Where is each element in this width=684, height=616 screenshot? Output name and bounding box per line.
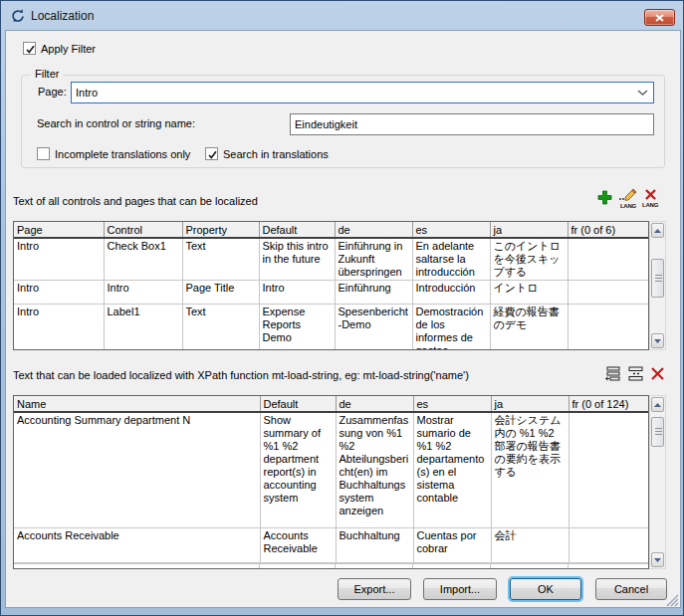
table-cell[interactable]: Page Title	[182, 281, 259, 305]
search-input[interactable]	[290, 113, 654, 135]
add-language-button[interactable]	[597, 190, 612, 205]
title-bar[interactable]: Localization	[1, 1, 683, 30]
table-cell[interactable]: イントロ	[490, 281, 568, 305]
table-cell[interactable]: 会計システム内の %1 %2部署の報告書の要約を表示する	[491, 412, 569, 527]
controls-section-label: Text of all controls and pages that can …	[13, 195, 258, 207]
scroll-down-button[interactable]	[651, 333, 664, 348]
table-cell[interactable]: Accounting Summary department N	[14, 412, 260, 527]
red-x-icon	[650, 366, 665, 381]
export-button[interactable]: Export...	[338, 578, 411, 600]
localization-dialog: Localization Apply Filter Filter Page: I…	[0, 0, 684, 616]
table-cell[interactable]: Buchhaltung	[336, 527, 413, 562]
column-header[interactable]: Default	[259, 222, 335, 238]
table-cell[interactable]: 会計	[491, 527, 569, 562]
scrollbar-thumb[interactable]	[651, 417, 664, 447]
delete-strings-button[interactable]	[650, 366, 665, 381]
table-cell[interactable]: 経費の報告書のデモ	[490, 305, 568, 351]
column-header[interactable]: de	[336, 396, 413, 412]
page-label: Page:	[38, 86, 67, 98]
column-header[interactable]: Name	[14, 396, 260, 412]
search-in-translations-checkbox[interactable]: Search in translations	[205, 147, 329, 160]
scroll-down-button[interactable]	[651, 552, 664, 567]
column-header[interactable]: es	[413, 396, 491, 412]
incomplete-translations-label: Incomplete translations only	[55, 148, 190, 160]
column-header[interactable]: ja	[491, 396, 569, 412]
table-row[interactable]: Accounting Summary department NShow summ…	[14, 412, 648, 527]
table-cell[interactable]	[569, 412, 648, 527]
table-row[interactable]: IntroCheck Box1TextSkip this intro in th…	[14, 238, 648, 281]
table-cell[interactable]	[568, 305, 648, 351]
scrollbar-thumb[interactable]	[651, 259, 664, 298]
column-header[interactable]: Property	[182, 222, 259, 238]
table-cell[interactable]: Intro	[14, 238, 104, 281]
table-cell[interactable]: Accounts Receivable	[260, 527, 336, 562]
table-cell[interactable]: Show summary of %1 %2 department report(…	[260, 412, 336, 527]
table-cell[interactable]: Introducción	[412, 281, 490, 305]
cancel-button[interactable]: Cancel	[595, 578, 667, 600]
column-header[interactable]: Control	[104, 222, 182, 238]
checkbox-box[interactable]	[37, 147, 50, 160]
table-cell[interactable]: Intro	[259, 281, 335, 305]
import-button[interactable]: Import...	[423, 578, 497, 600]
table-cell[interactable]: このイントロを今後スキップする	[490, 238, 568, 281]
column-header[interactable]: de	[335, 222, 412, 238]
edit-language-button[interactable]: LANG	[618, 188, 638, 209]
checkbox-box[interactable]	[205, 147, 218, 160]
table-cell[interactable]: Cuentas por cobrar	[413, 527, 491, 562]
checkbox-box[interactable]	[23, 42, 36, 55]
table-row[interactable]: IntroIntroPage TitleIntroEinführungIntro…	[14, 281, 648, 305]
pencil-icon	[618, 188, 638, 202]
table-cell[interactable]: Check Box1	[104, 238, 182, 281]
load-strings-button[interactable]	[604, 365, 621, 382]
strings-table-header-row: NameDefaultdeesjafr (0 of 124)	[14, 396, 648, 412]
ok-button[interactable]: OK	[510, 578, 581, 600]
window-title: Localization	[31, 9, 94, 23]
incomplete-translations-checkbox[interactable]: Incomplete translations only	[37, 147, 190, 160]
strings-table: NameDefaultdeesjafr (0 of 124) Accountin…	[13, 395, 649, 569]
table-cell[interactable]: Skip this intro in the future	[259, 238, 335, 281]
red-x-icon	[644, 188, 657, 201]
column-header[interactable]: es	[412, 222, 490, 238]
table-cell[interactable]: Accounts Receivable	[14, 527, 260, 562]
column-header[interactable]: ja	[490, 222, 568, 238]
close-button[interactable]	[644, 9, 675, 26]
column-header[interactable]: fr (0 of 124)	[569, 396, 648, 412]
column-header[interactable]: Page	[14, 222, 104, 238]
table-cell[interactable]: Expense Reports Demo	[259, 305, 335, 351]
table-cell[interactable]	[568, 281, 648, 305]
table-cell[interactable]: Einführung	[335, 281, 412, 305]
table-add-rows-icon	[627, 365, 644, 382]
scroll-up-button[interactable]	[651, 397, 664, 412]
resize-grip[interactable]	[666, 594, 680, 607]
table-cell[interactable]	[568, 238, 648, 281]
apply-filter-checkbox[interactable]: Apply Filter	[23, 42, 96, 55]
table-cell[interactable]: Mostrar sumario de %1 %2 departamento(s)…	[413, 412, 491, 527]
table-cell[interactable]: Demostración de los informes de gastos	[412, 305, 490, 351]
strings-table-scrollbar[interactable]	[649, 395, 666, 569]
table-cell[interactable]: Einführung in Zukunft überspringen	[335, 238, 412, 281]
append-rows-button[interactable]	[627, 365, 644, 382]
edit-language-caption: LANG	[620, 203, 636, 209]
table-cell[interactable]: Zusammenfassung von %1 %2 Abteilungsberi…	[336, 412, 413, 527]
table-row[interactable]: Accounts ReceivableAccounts ReceivableBu…	[14, 527, 648, 562]
table-cell[interactable]: Text	[182, 238, 259, 281]
table-cell[interactable]	[569, 527, 648, 562]
delete-language-button[interactable]: LANG	[642, 188, 658, 208]
chevron-down-icon[interactable]	[631, 90, 653, 96]
table-cell[interactable]: Intro	[14, 305, 104, 351]
table-cell[interactable]: Text	[182, 305, 259, 351]
list-rows-icon	[604, 365, 621, 382]
column-header[interactable]: Default	[260, 396, 336, 412]
table-row[interactable]: IntroLabel1TextExpense Reports DemoSpese…	[14, 305, 648, 351]
partially-visible-row[interactable]	[14, 563, 648, 568]
page-dropdown-value: Intro	[72, 87, 631, 99]
table-cell[interactable]: Intro	[14, 281, 104, 305]
table-cell[interactable]: Intro	[104, 281, 182, 305]
page-dropdown[interactable]: Intro	[71, 82, 654, 103]
controls-table-scrollbar[interactable]	[649, 221, 666, 350]
scroll-up-button[interactable]	[651, 223, 664, 238]
table-cell[interactable]: Label1	[104, 305, 182, 351]
table-cell[interactable]: Spesenbericht-Demo	[335, 305, 412, 351]
table-cell[interactable]: En adelante saltarse la introducción	[412, 238, 490, 281]
column-header[interactable]: fr (0 of 6)	[568, 222, 648, 238]
